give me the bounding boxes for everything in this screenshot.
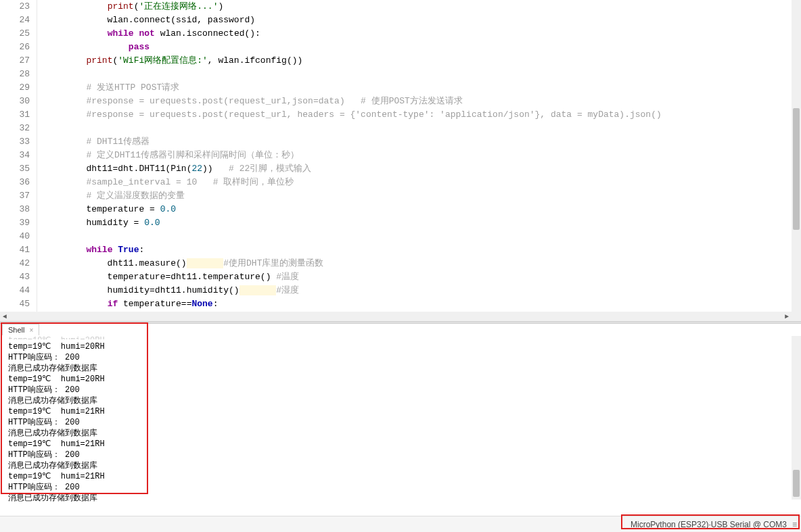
code-line[interactable]: humidity = 0.0 xyxy=(44,216,801,230)
editor-vscroll-thumb[interactable] xyxy=(793,108,800,230)
line-number: 31 xyxy=(0,108,30,122)
code-editor[interactable]: 2324252627282930313233343536373839404142… xyxy=(0,0,801,321)
line-number: 26 xyxy=(0,41,30,54)
shell-line: 消息已成功存储到数据库 xyxy=(8,460,801,471)
code-line[interactable]: while True: xyxy=(44,243,801,257)
shell-line: temp=19℃ humi=21RH xyxy=(8,439,801,450)
shell-line: temp=19℃ humi=21RH xyxy=(8,471,801,482)
code-line[interactable]: humidity=dht11.humidity() #湿度 xyxy=(44,284,801,297)
line-number: 45 xyxy=(0,297,30,311)
line-number: 24 xyxy=(0,14,30,27)
line-number: 32 xyxy=(0,122,30,135)
line-number: 30 xyxy=(0,95,30,108)
code-line[interactable]: #response = urequests.post(request_url, … xyxy=(44,108,801,122)
line-number: 38 xyxy=(0,203,30,216)
editor-vertical-scrollbar[interactable] xyxy=(792,0,801,321)
editor-horizontal-scrollbar[interactable]: ◄ ► xyxy=(0,312,792,321)
code-line[interactable] xyxy=(44,122,801,135)
menu-icon[interactable]: ≡ xyxy=(792,520,796,529)
code-line[interactable]: # DHT11传感器 xyxy=(44,135,801,149)
line-number: 23 xyxy=(0,0,30,14)
shell-line: HTTP响应码： 200 xyxy=(8,352,801,363)
code-area[interactable]: print('正在连接网络...') wlan.connect(ssid, pa… xyxy=(37,0,801,321)
code-line[interactable]: temperature = 0.0 xyxy=(44,203,801,216)
code-line[interactable]: print('正在连接网络...') xyxy=(44,0,801,14)
line-number: 28 xyxy=(0,68,30,81)
shell-line: HTTP响应码： 200 xyxy=(8,482,801,493)
shell-line: temp=19℃ humi=20RH xyxy=(8,341,801,352)
code-line[interactable]: while not wlan.isconnected(): xyxy=(44,27,801,41)
shell-line: HTTP响应码： 200 xyxy=(8,417,801,428)
code-line[interactable]: if temperature==None: xyxy=(44,297,801,311)
line-number: 43 xyxy=(0,270,30,284)
line-number: 40 xyxy=(0,230,30,243)
code-line[interactable]: # 定义DHT11传感器引脚和采样间隔时间（单位：秒） xyxy=(44,149,801,162)
shell-line: 消息已成功存储到数据库 xyxy=(8,428,801,439)
shell-tab-label: Shell xyxy=(8,326,24,334)
interpreter-label[interactable]: MicroPython (ESP32) xyxy=(631,520,708,529)
port-label[interactable]: USB Serial @ COM3 xyxy=(711,520,787,529)
code-line[interactable]: #sample_interval = 10 # 取样时间，单位秒 xyxy=(44,176,801,189)
code-line[interactable]: pass xyxy=(44,41,801,54)
shell-line: temp=19℃ humi=21RH xyxy=(8,406,801,417)
code-line[interactable]: # 定义温湿度数据的变量 xyxy=(44,189,801,203)
line-number: 25 xyxy=(0,27,30,41)
code-line[interactable]: dht11=dht.DHT11(Pin(22)) # 22引脚，模式输入 xyxy=(44,162,801,176)
shell-panel: Shell × temp=19℃ humi=20RHtemp=19℃ humi=… xyxy=(0,324,801,500)
code-line[interactable]: #response = urequests.post(request_url,j… xyxy=(44,95,801,108)
shell-line: 消息已成功存储到数据库 xyxy=(8,363,801,374)
line-number: 27 xyxy=(0,54,30,68)
shell-line: temp=19℃ humi=20RH xyxy=(8,374,801,385)
line-number: 44 xyxy=(0,284,30,297)
line-number: 39 xyxy=(0,216,30,230)
shell-line: HTTP响应码： 200 xyxy=(8,385,801,395)
code-line[interactable] xyxy=(44,230,801,243)
code-line[interactable]: print('WiFi网络配置信息:', wlan.ifconfig()) xyxy=(44,54,801,68)
code-line[interactable] xyxy=(44,68,801,81)
shell-output[interactable]: temp=19℃ humi=20RHtemp=19℃ humi=20RHHTTP… xyxy=(0,324,801,500)
close-icon[interactable]: × xyxy=(30,327,34,334)
shell-tab[interactable]: Shell × xyxy=(2,324,39,335)
line-number: 42 xyxy=(0,257,30,270)
line-number-gutter: 2324252627282930313233343536373839404142… xyxy=(0,0,37,321)
code-line[interactable]: wlan.connect(ssid, password) xyxy=(44,14,801,27)
shell-vscroll-thumb[interactable] xyxy=(793,470,800,497)
hscroll-right-arrow[interactable]: ► xyxy=(782,312,792,321)
line-number: 35 xyxy=(0,162,30,176)
shell-line: HTTP响应码： 200 xyxy=(8,450,801,460)
code-line[interactable]: temperature=dht11.temperature() #温度 xyxy=(44,270,801,284)
shell-line: 消息已成功存储到数据库 xyxy=(8,493,801,504)
line-number: 37 xyxy=(0,189,30,203)
shell-line: 消息已成功存储到数据库 xyxy=(8,395,801,406)
line-number: 36 xyxy=(0,176,30,189)
code-line[interactable]: # 发送HTTP POST请求 xyxy=(44,81,801,95)
code-line[interactable]: dht11.measure() #使用DHT库里的测量函数 xyxy=(44,257,801,270)
hscroll-left-arrow[interactable]: ◄ xyxy=(0,312,9,321)
line-number: 29 xyxy=(0,81,30,95)
line-number: 33 xyxy=(0,135,30,149)
status-bar: MicroPython (ESP32) · USB Serial @ COM3 … xyxy=(0,516,801,532)
shell-vertical-scrollbar[interactable] xyxy=(792,336,801,500)
line-number: 41 xyxy=(0,243,30,257)
line-number: 34 xyxy=(0,149,30,162)
